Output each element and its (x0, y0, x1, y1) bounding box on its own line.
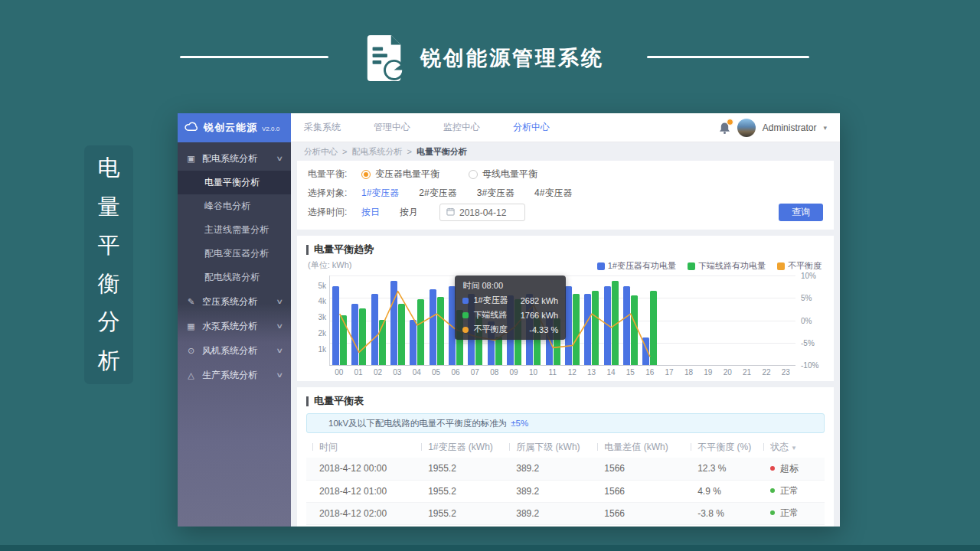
filter-label: 选择对象: (308, 187, 361, 200)
table-row-0: 2018-4-12 00:001955.2389.2156612.3 %超标 (306, 458, 825, 480)
filter-row-object: 选择对象: 1#变压器2#变压器3#变压器4#变压器 (308, 184, 823, 203)
time-mode-0[interactable]: 按日 (361, 207, 380, 217)
legend-item-1[interactable]: 下端线路有功电量 (688, 260, 766, 272)
username[interactable]: Administrator (763, 122, 817, 133)
sidebar-item-0-2[interactable]: 主进线需量分析 (178, 218, 291, 242)
status-dot (770, 466, 775, 471)
production-system-icon: △ (186, 370, 196, 380)
query-button[interactable]: 查询 (779, 204, 823, 221)
sidebar-group-2[interactable]: ▦水泵系统分析∨ (178, 314, 291, 338)
cell-4: 4.9 % (684, 480, 757, 502)
x-axis-tick: 03 (387, 368, 407, 377)
header-separator (763, 443, 764, 451)
legend-item-2[interactable]: 不平衡度 (777, 260, 822, 272)
app-window: 锐创云能源 V2.0.0 ▣配电系统分析∨电量平衡分析峰谷电分析主进线需量分析配… (178, 113, 840, 527)
tooltip-label: 下端线路 (473, 309, 507, 321)
y-axis-right-tick: -10% (795, 361, 818, 370)
object-option-2[interactable]: 3#变压器 (477, 187, 514, 198)
app-sidebar: 锐创云能源 V2.0.0 ▣配电系统分析∨电量平衡分析峰谷电分析主进线需量分析配… (178, 113, 291, 527)
chart-title: 电量平衡趋势 (314, 243, 374, 256)
chevron-down-icon: ∨ (276, 347, 284, 354)
cell-2: 389.2 (503, 458, 591, 480)
chevron-down-icon: ∨ (276, 322, 284, 330)
sidebar-group-4[interactable]: △生产系统分析∨ (178, 363, 291, 387)
cell-0: 2018-4-12 00:00 (306, 458, 415, 480)
x-axis-tick: 06 (446, 368, 465, 377)
bell-icon[interactable] (719, 121, 730, 135)
sidebar-group-1[interactable]: ✎空压系统分析∨ (178, 289, 291, 314)
balance-options: 变压器电量平衡母线电量平衡 (361, 168, 567, 181)
sidebar-group-3[interactable]: ⊙风机系统分析∨ (178, 338, 291, 363)
balance-table: 时间1#变压器 (kWh)所属下级 (kWh)电量差值 (kWh)不平衡度 (%… (306, 437, 825, 527)
cell-4: 12.3 % (684, 458, 757, 480)
header-divider-left (180, 56, 328, 58)
x-axis-tick: 02 (368, 368, 387, 377)
x-axis-tick: 14 (601, 368, 620, 377)
status-cell: 正常 (757, 480, 825, 502)
breadcrumb-item-0[interactable]: 分析中心 (304, 146, 338, 158)
header-separator (421, 443, 422, 451)
x-axis-tick: 04 (407, 368, 426, 377)
sidebar-menu: ▣配电系统分析∨电量平衡分析峰谷电分析主进线需量分析配电变压器分析配电线路分析✎… (178, 142, 291, 527)
sidebar-item-0-4[interactable]: 配电线路分析 (178, 266, 291, 289)
app-main: 采集系统管理中心监控中心分析中心 Administrator ▾ 分析中心>配电… (291, 113, 840, 527)
table-panel: 电量平衡表 10kV及以下配电线路的电量不平衡度的标准为 ±5% 时间1#变压器… (297, 387, 834, 527)
balance-radio-1[interactable]: 母线电量平衡 (469, 168, 537, 181)
caret-down-icon[interactable]: ▾ (823, 124, 827, 132)
filter-label: 选择时间: (308, 206, 361, 219)
nav-item-3[interactable]: 分析中心 (513, 121, 550, 134)
table-title: 电量平衡表 (314, 394, 364, 408)
radio-label: 变压器电量平衡 (375, 168, 439, 181)
top-navbar: 采集系统管理中心监控中心分析中心 Administrator ▾ (291, 113, 840, 142)
cell-0: 2018-4-12 03:00 (306, 524, 415, 527)
x-axis-tick: 00 (329, 368, 348, 377)
tooltip-row-1: 下端线路1766 kWh (462, 309, 558, 321)
y-axis-right-tick: 5% (795, 294, 812, 302)
sidebar-item-0-3[interactable]: 配电变压器分析 (178, 242, 291, 266)
breadcrumb-item-1[interactable]: 配电系统分析 (351, 146, 402, 158)
nav-item-0[interactable]: 采集系统 (304, 121, 341, 134)
vertical-label-char: 平 (98, 230, 120, 261)
chart-panel: 电量平衡趋势 (单位: kWh) 1#变压器有功电量下端线路有功电量不平衡度 5… (297, 236, 834, 381)
navbar-right: Administrator ▾ (719, 119, 827, 137)
cell-1: 1955.2 (415, 502, 503, 524)
legend-item-0[interactable]: 1#变压器有功电量 (597, 260, 676, 272)
nav-item-2[interactable]: 监控中心 (443, 121, 480, 134)
tooltip-value: 1766 kWh (513, 311, 559, 320)
tooltip-marker (462, 327, 469, 333)
object-option-0[interactable]: 1#变压器 (361, 187, 399, 198)
x-axis-tick: 13 (582, 368, 601, 377)
cell-2: 389.2 (503, 524, 591, 527)
standard-notice: 10kV及以下配电线路的电量不平衡度的标准为 ±5% (306, 413, 825, 433)
x-axis-tick: 15 (621, 368, 640, 377)
x-axis-tick: 07 (466, 368, 485, 377)
tooltip-value: 2682 kWh (513, 296, 559, 305)
y-axis-right-tick: -5% (795, 338, 815, 347)
sidebar-item-0-0[interactable]: 电量平衡分析 (178, 171, 291, 194)
column-header-5[interactable]: 状态▼ (757, 437, 825, 458)
nav-item-1[interactable]: 管理中心 (374, 121, 410, 134)
balance-radio-0[interactable]: 变压器电量平衡 (361, 168, 439, 181)
table-row-2: 2018-4-12 02:001955.2389.21566-3.8 %正常 (306, 502, 825, 524)
cell-0: 2018-4-12 02:00 (306, 502, 415, 524)
vertical-label-char: 析 (98, 346, 120, 377)
object-option-1[interactable]: 2#变压器 (419, 187, 456, 198)
tooltip-row-2: 不平衡度-4.33 % (462, 324, 558, 335)
breadcrumb: 分析中心>配电系统分析>电量平衡分析 (291, 142, 840, 161)
sidebar-group-0[interactable]: ▣配电系统分析∨ (178, 146, 291, 171)
column-header-2: 所属下级 (kWh) (503, 437, 591, 458)
sort-filter-icon: ▼ (791, 445, 797, 452)
product-version: V2.0.0 (262, 126, 279, 132)
object-option-3[interactable]: 4#变压器 (534, 187, 572, 198)
time-mode-1[interactable]: 按月 (400, 207, 418, 217)
y-axis-left-tick: 2k (318, 329, 330, 337)
table-row-3: 2018-4-12 03:001955.2389.215663.1 %正常 (306, 524, 825, 527)
app-logo[interactable]: 锐创云能源 V2.0.0 (178, 113, 291, 142)
date-picker[interactable]: 2018-04-12 (439, 204, 525, 221)
legend-marker (597, 262, 605, 270)
x-axis-tick: 01 (348, 368, 368, 377)
cell-4: 3.1 % (684, 524, 757, 527)
sidebar-item-0-1[interactable]: 峰谷电分析 (178, 194, 291, 218)
avatar[interactable] (737, 119, 756, 137)
sidebar-group-label: 配电系统分析 (202, 152, 257, 165)
